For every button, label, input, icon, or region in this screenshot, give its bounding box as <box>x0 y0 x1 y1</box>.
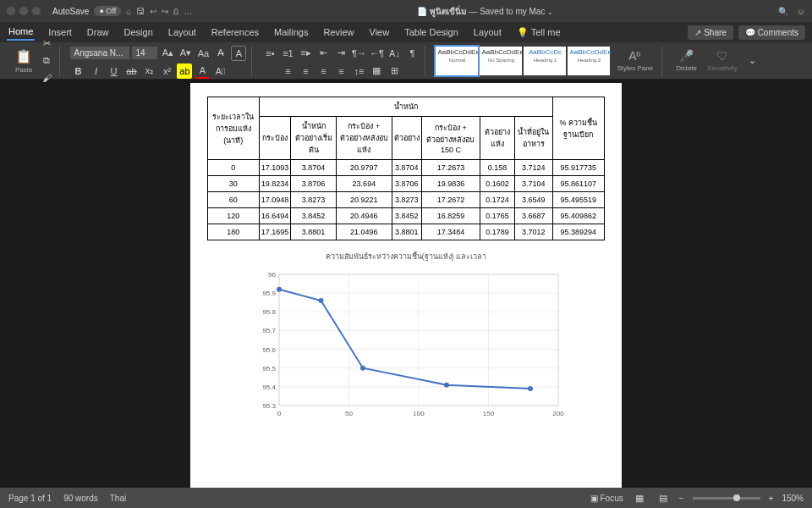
copy-icon[interactable]: ⧉ <box>39 53 54 69</box>
zoom-level[interactable]: 150% <box>782 494 804 503</box>
window-controls[interactable] <box>7 7 41 15</box>
align-center-icon[interactable]: ≡ <box>298 64 313 79</box>
tab-table-design[interactable]: Table Design <box>403 25 460 40</box>
comments-button[interactable]: 💬 Comments <box>738 25 805 40</box>
emoji-icon[interactable]: ☺ <box>797 7 805 16</box>
svg-text:50: 50 <box>345 410 353 417</box>
tab-review[interactable]: Review <box>321 25 355 40</box>
status-lang[interactable]: Thai <box>110 494 126 503</box>
line-spacing-icon[interactable]: ↕≡ <box>351 64 366 79</box>
style-heading2[interactable]: AaBbCcDdEeHeading 2 <box>568 47 610 75</box>
share-button[interactable]: ↗ Share <box>688 25 732 40</box>
font-size-selector[interactable] <box>132 47 157 59</box>
table-topheader: น้ำหนัก <box>259 97 552 117</box>
sensitivity-button[interactable]: 🛡Sensitivity <box>704 49 741 72</box>
style-normal[interactable]: AaBbCcDdEeNormal <box>436 47 478 75</box>
format-char-icon[interactable]: A <box>231 46 246 61</box>
style-heading1[interactable]: AaBbCcDcHeading 1 <box>524 47 566 75</box>
table-col: ตัวอย่าง <box>392 117 421 160</box>
paste-button[interactable]: 📋Paste <box>12 48 36 74</box>
view-print-icon[interactable]: ▦ <box>632 490 647 505</box>
clear-format-icon[interactable]: A̶ <box>213 46 228 61</box>
table-row: 18017.16953.880121.04963.880117.34840.17… <box>208 224 605 240</box>
italic-icon[interactable]: I <box>88 64 103 79</box>
save-icon[interactable]: 🖫 <box>136 7 145 16</box>
svg-text:95.5: 95.5 <box>262 365 276 373</box>
style-nospacing[interactable]: AaBbCcDdEeNo Spacing <box>480 47 522 75</box>
status-words[interactable]: 90 words <box>63 494 98 503</box>
tab-tellme[interactable]: 💡 Tell me <box>515 25 562 41</box>
ribbon-tabs: Home Insert Draw Design Layout Reference… <box>0 22 812 42</box>
tab-layout2[interactable]: Layout <box>472 25 503 40</box>
multilevel-icon[interactable]: ≡▸ <box>298 46 313 61</box>
rtl-icon[interactable]: ←¶ <box>369 46 384 61</box>
tab-draw[interactable]: Draw <box>85 25 111 40</box>
tab-home[interactable]: Home <box>7 24 35 41</box>
autosave-toggle[interactable]: ● Off <box>94 6 121 16</box>
char-style-icon[interactable]: A⃝ <box>212 64 228 79</box>
tab-layout[interactable]: Layout <box>167 25 198 40</box>
focus-button[interactable]: ▣ Focus <box>590 494 623 503</box>
style-gallery: AaBbCcDdEeNormal AaBbCcDdEeNo Spacing Aa… <box>436 47 610 75</box>
justify-icon[interactable]: ≡ <box>333 64 348 79</box>
svg-text:0: 0 <box>277 410 282 417</box>
document-canvas[interactable]: ระยะเวลาในการอบแห้ง (นาที) น้ำหนัก % ควา… <box>0 80 812 488</box>
bullets-icon[interactable]: ≡• <box>262 46 277 61</box>
shrink-font-icon[interactable]: A▾ <box>178 46 193 61</box>
styles-pane-button[interactable]: AᵇStyles Pane <box>613 49 656 72</box>
format-painter-icon[interactable]: 🖌 <box>39 70 54 86</box>
align-left-icon[interactable]: ≡ <box>280 64 295 79</box>
svg-text:100: 100 <box>413 410 425 417</box>
font-selector[interactable] <box>70 47 129 59</box>
tab-references[interactable]: References <box>210 25 261 40</box>
underline-icon[interactable]: U <box>106 64 121 79</box>
search-icon[interactable]: 🔍 <box>778 7 788 16</box>
superscript-icon[interactable]: x² <box>159 64 174 79</box>
sort-icon[interactable]: A↓ <box>387 46 402 61</box>
table-col: กระป๋อง <box>259 117 291 160</box>
grow-font-icon[interactable]: A▴ <box>160 46 175 61</box>
document-title: 📄 พูนิตเขืนิ่ม — Saved to my Mac ⌄ <box>199 5 771 18</box>
chart-title: ความสัมพันธ์ระหว่างความชื้น(ฐานแห้ง) และ… <box>207 251 605 262</box>
zoom-slider[interactable] <box>693 497 760 500</box>
highlight-icon[interactable]: ab <box>177 64 192 79</box>
table-row: 017.10933.870420.97973.870417.26730.1583… <box>208 160 605 176</box>
numbering-icon[interactable]: ≡1 <box>280 46 295 61</box>
table-row: 6017.09483.827320.92213.827317.26720.172… <box>208 192 605 208</box>
inc-indent-icon[interactable]: ⇥ <box>333 46 348 61</box>
cut-icon[interactable]: ✂ <box>39 36 54 52</box>
ribbon: 📋Paste ✂ ⧉ 🖌 A▴ A▾ Aa A̶ A B I U ab x₂ x… <box>0 42 812 80</box>
zoom-in-icon[interactable]: + <box>769 494 774 503</box>
align-right-icon[interactable]: ≡ <box>315 64 331 79</box>
redo-icon[interactable]: ↪ <box>162 7 168 16</box>
font-color-icon[interactable]: A <box>195 64 210 79</box>
table-lastcol: % ความชื้น ฐานเปียก <box>552 97 604 160</box>
print-icon[interactable]: ⎙ <box>173 7 178 16</box>
tab-mailings[interactable]: Mailings <box>272 25 310 40</box>
dictate-button[interactable]: 🎤Dictate <box>672 49 700 72</box>
bold-icon[interactable]: B <box>70 64 85 79</box>
strike-icon[interactable]: ab <box>123 64 139 79</box>
ltr-icon[interactable]: ¶→ <box>351 46 366 61</box>
table-col: กระป๋อง + ตัวอย่างหลังอบแห้ง <box>337 117 392 160</box>
zoom-out-icon[interactable]: − <box>679 494 684 503</box>
table-col: น้ำหนักตัวอย่างเริ่มต้น <box>291 117 337 160</box>
more-icon[interactable]: … <box>184 7 192 16</box>
tab-design[interactable]: Design <box>123 25 155 40</box>
undo-icon[interactable]: ↩ <box>150 7 156 16</box>
view-web-icon[interactable]: ▤ <box>656 490 671 505</box>
svg-text:95.4: 95.4 <box>262 384 276 391</box>
home-icon[interactable]: ⌂ <box>126 7 131 16</box>
dec-indent-icon[interactable]: ⇤ <box>315 46 331 61</box>
status-page[interactable]: Page 1 of 1 <box>8 494 52 503</box>
table-row: 3019.82343.870623.6943.870619.98360.1602… <box>208 176 605 192</box>
tab-view[interactable]: View <box>368 25 392 40</box>
change-case-icon[interactable]: Aa <box>195 46 211 61</box>
collapse-ribbon-icon[interactable]: ⌄ <box>744 53 760 69</box>
data-table: ระยะเวลาในการอบแห้ง (นาที) น้ำหนัก % ควา… <box>207 97 605 240</box>
borders-icon[interactable]: ⊞ <box>387 64 402 79</box>
show-marks-icon[interactable]: ¶ <box>404 46 420 61</box>
subscript-icon[interactable]: x₂ <box>141 64 156 79</box>
shading-icon[interactable]: ▦ <box>369 64 384 79</box>
svg-text:150: 150 <box>483 410 495 417</box>
